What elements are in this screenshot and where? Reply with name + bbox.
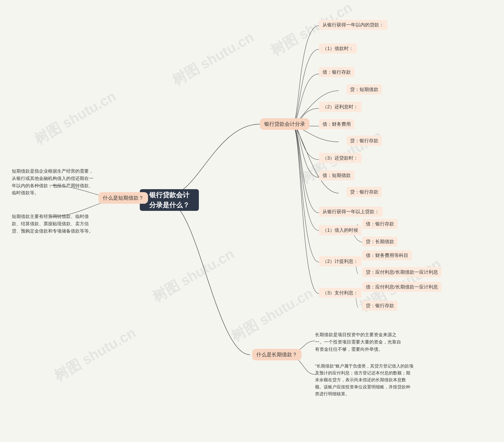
debit-short-loan-node: 借：短期借款 xyxy=(319,170,354,181)
debit-finance-cost-items-node: 借：财务费用等科目 xyxy=(362,250,412,260)
short-loan-node: 什么是短期借款？ xyxy=(98,192,148,204)
short-loan-desc2: 短期借款主要有经营周转借款、临时借款、结算借款、票据贴现借款、卖方信贷、预购定金… xyxy=(12,213,94,235)
step3-pay-interest-node: （3）支付利息： xyxy=(319,288,362,298)
center-node: 银行贷款会计分录是什么？ xyxy=(140,189,199,211)
long-loan-desc1: 长期借款是项目投资中的主要资金来源之一。一个投资项目需要大量的资金，光靠自有资金… xyxy=(315,331,402,353)
debit-finance-cost-node: 借：财务费用 xyxy=(319,119,354,129)
step1-borrow-long-node: （1）借入的时候 xyxy=(319,225,362,235)
long-term-borrow-node: 从银行获得一年以上贷款： xyxy=(319,206,383,217)
step2-accrue-interest-node: （2）计提利息： xyxy=(319,256,362,266)
debit-bank-deposit1-node: 借：银行存款 xyxy=(319,67,354,77)
short-loan-desc1: 短期借款是指企业根据生产经营的需要，从银行或其他金融机构借入的偿还期在一年以内的… xyxy=(12,167,94,197)
credit-short-loan-node: 贷：短期借款 xyxy=(347,84,382,94)
bank-loan-accounting-node: 银行贷款会计分录 xyxy=(260,118,310,130)
debit-interest-payable-node: 借：应付利息/长期借款一应计利息 xyxy=(362,282,442,292)
debit-bank-deposit-l1-node: 借：银行存款 xyxy=(362,219,398,229)
long-loan-desc2: "长期借款"账户属于负债类，其贷方登记借入的款项及预计的应付利息；借方登记还本付… xyxy=(315,363,414,397)
credit-bank-deposit2-node: 贷：银行存款 xyxy=(347,136,382,146)
step1-borrow-node: （1）借款时： xyxy=(319,43,357,54)
credit-interest-payable-node: 贷：应付利息/长期借款一应计利息 xyxy=(362,267,442,277)
credit-long-loan1-node: 贷：长期借款 xyxy=(362,237,398,247)
step3-repay-node: （3）还贷款时： xyxy=(319,153,362,163)
short-term-borrow-node: 从银行获得一年以内的贷款： xyxy=(319,20,387,30)
long-loan-node: 什么是长期借款？ xyxy=(252,349,302,360)
credit-bank-deposit-l3-node: 贷：银行存款 xyxy=(362,300,398,311)
credit-bank-deposit3-node: 贷：银行存款 xyxy=(347,187,382,197)
step2-interest-node: （2）还利息时： xyxy=(319,102,362,112)
